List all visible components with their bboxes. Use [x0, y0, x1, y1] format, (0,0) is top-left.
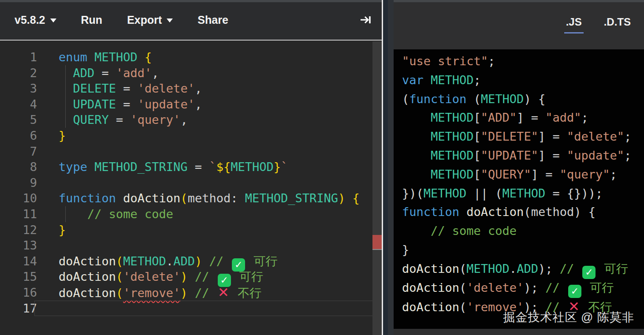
code-line: 14doAction(METHOD.ADD) // ✓ 可行: [0, 253, 382, 269]
line-number: 9: [0, 175, 37, 191]
code-token: METHOD: [503, 186, 546, 200]
version-menu[interactable]: v5.8.2: [15, 14, 56, 26]
typescript-editor[interactable]: 1enum METHOD {2 ADD = 'add',3 DELETE = '…: [0, 41, 382, 335]
code-token: 可行: [583, 281, 614, 294]
code-line: 3 DELETE = 'delete',: [0, 81, 382, 97]
code-token: = {}));: [545, 186, 603, 200]
code-token: ;: [581, 111, 588, 124]
code-line: 1enum METHOD {: [0, 49, 382, 65]
line-number: 2: [0, 65, 37, 81]
output-line: })(METHOD || (METHOD = {}));: [402, 184, 631, 203]
line-number: 13: [0, 238, 37, 253]
code-token: (: [524, 205, 531, 219]
code-token: ] =: [517, 111, 545, 124]
code-token: // some code: [87, 207, 173, 221]
code-token: [59, 82, 73, 95]
code-token: METHOD: [94, 50, 145, 64]
code-token: type: [59, 160, 94, 174]
code-token: ] =: [531, 168, 560, 181]
code-token: 'query': [130, 113, 181, 127]
line-content: // some code: [59, 206, 173, 222]
code-token: function: [59, 191, 123, 205]
code-token: ;: [624, 149, 631, 162]
output-line: METHOD["ADD"] = "add";: [402, 108, 631, 127]
pane-gutter-strip: [383, 0, 388, 335]
code-line: 2 ADD = 'add',: [0, 65, 382, 81]
version-label: v5.8.2: [15, 14, 45, 26]
line-content: function doAction(method: METHOD_STRING)…: [59, 190, 360, 206]
code-token: [: [474, 149, 481, 162]
code-token: doAction: [402, 281, 459, 294]
code-token: }: [59, 223, 66, 237]
code-token: ) {: [574, 205, 596, 219]
code-token: METHOD: [431, 73, 474, 87]
code-token: ;: [474, 73, 481, 87]
code-token: ): [180, 286, 187, 300]
code-token: `: [281, 160, 288, 174]
code-token: `: [209, 160, 216, 174]
code-token: METHOD: [424, 186, 467, 200]
code-token: ;: [624, 130, 631, 143]
code-line: 6}: [0, 128, 382, 144]
js-output-view[interactable]: "use strict";var METHOD;(function (METHO…: [394, 49, 644, 329]
output-pane: .JS .D.TS "use strict";var METHOD;(funct…: [394, 0, 644, 335]
code-token: METHOD: [481, 92, 524, 106]
line-number: 4: [0, 97, 37, 112]
code-token: ): [180, 270, 187, 283]
line-content: doAction('remove') // ✕ 不行: [59, 285, 261, 301]
code-token: doAction: [123, 191, 180, 205]
code-token: "use strict": [402, 54, 488, 68]
run-button[interactable]: Run: [81, 14, 103, 26]
code-token: // some code: [431, 224, 517, 238]
line-number: 1: [0, 49, 37, 65]
code-token: 可行: [597, 262, 628, 275]
output-lines: "use strict";var METHOD;(function (METHO…: [402, 52, 631, 316]
code-token: [: [474, 130, 481, 143]
output-line: // some code: [402, 222, 631, 241]
share-button[interactable]: Share: [197, 14, 228, 26]
editor-scrollbar[interactable]: [372, 41, 382, 335]
code-token: "ADD": [481, 111, 517, 124]
window-top-edge: [0, 0, 644, 2]
expand-sidebar-button[interactable]: [359, 13, 372, 26]
code-token: [59, 66, 73, 80]
output-line: doAction(METHOD.ADD); // ✓ 可行: [402, 260, 631, 279]
code-token: method: [188, 191, 231, 205]
output-line: METHOD["DELETE"] = "delete";: [402, 127, 631, 146]
line-content: doAction('delete') // ✓ 可行: [59, 269, 263, 285]
code-line: 7: [0, 144, 382, 160]
code-token: [59, 113, 73, 127]
code-token: 不行: [231, 286, 261, 300]
code-token: ADD: [73, 66, 95, 80]
code-token: ] =: [538, 149, 567, 162]
code-token: METHOD: [431, 111, 474, 124]
code-token: {: [353, 191, 360, 205]
code-token: method: [531, 205, 574, 219]
export-menu[interactable]: Export: [127, 14, 173, 26]
code-token: function: [402, 205, 466, 219]
code-token: }: [402, 243, 409, 257]
tab-js[interactable]: .JS: [564, 16, 584, 34]
code-token: ) {: [524, 92, 545, 106]
line-number: 12: [0, 222, 37, 238]
code-token: .: [166, 254, 173, 268]
line-content: doAction(METHOD.ADD) // ✓ 可行: [59, 253, 277, 269]
code-token: "delete": [567, 130, 624, 143]
share-label: Share: [197, 14, 228, 26]
line-content: DELETE = 'delete',: [59, 81, 202, 97]
line-number: 7: [0, 144, 37, 160]
code-token: ;: [610, 168, 617, 181]
line-number: 17: [0, 301, 37, 316]
check-icon: ✓: [582, 266, 596, 279]
tab-dts[interactable]: .D.TS: [602, 16, 633, 34]
code-token: //: [202, 254, 231, 268]
code-token: "UPDATE": [481, 149, 538, 162]
code-token: enum: [59, 50, 94, 64]
line-number: 3: [0, 81, 37, 97]
code-line: 11 // some code: [0, 206, 382, 222]
code-line: 13: [0, 238, 382, 253]
code-token: METHOD: [431, 130, 474, 143]
code-token: [345, 191, 352, 205]
code-token: =: [188, 160, 209, 174]
code-token: =: [116, 82, 138, 95]
